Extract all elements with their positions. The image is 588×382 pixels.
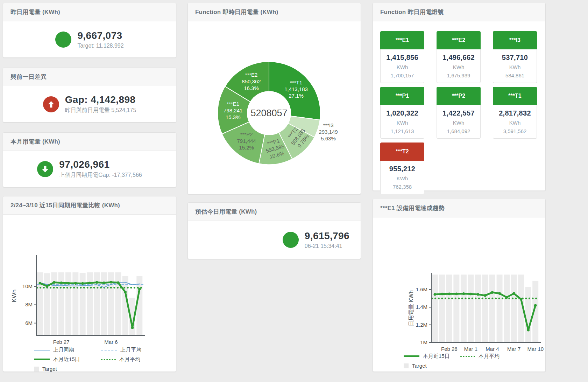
card-title: 預估今日用電量 (KWh) bbox=[195, 208, 257, 216]
up-arrow-icon bbox=[43, 96, 59, 112]
card-15day-comparison-chart: 2/24~3/10 近15日同期用電量比較 (KWh) 6M8M10MFeb 2… bbox=[3, 196, 176, 372]
legend-swatch bbox=[101, 350, 117, 350]
legend-label: 上月同期 bbox=[53, 347, 74, 353]
light-header: ***E1 bbox=[380, 31, 424, 49]
legend-item-本月平均[interactable]: 本月平均 bbox=[460, 353, 517, 360]
donut-center-value: 5208057 bbox=[250, 108, 287, 118]
card-header: 與前一日差異 bbox=[3, 68, 176, 86]
y-tick-label: 1.2M bbox=[416, 322, 427, 328]
data-point bbox=[124, 291, 127, 293]
light-value: 537,710 bbox=[493, 54, 537, 62]
data-point bbox=[491, 291, 494, 294]
data-point bbox=[67, 282, 70, 285]
target-bar bbox=[37, 272, 43, 335]
light-header: ***E2 bbox=[437, 31, 481, 49]
target-bar bbox=[489, 275, 495, 342]
target-bar bbox=[511, 275, 517, 342]
x-tick-label: Feb 26 bbox=[441, 346, 458, 352]
status-light-grid: ***E11,415,856KWh1,700,157***E21,496,662… bbox=[380, 31, 537, 194]
data-point bbox=[469, 293, 472, 296]
card-header: 昨日用電量 (KWh) bbox=[3, 3, 176, 21]
y-tick-label: 1.4M bbox=[416, 304, 427, 310]
legend-swatch bbox=[34, 367, 39, 371]
light-target: 584,861 bbox=[493, 72, 537, 78]
legend-item-Target[interactable]: Target bbox=[404, 362, 460, 369]
card-header: ***E1 設備用電達成趨勢 bbox=[373, 199, 545, 217]
legend-item-上月同期[interactable]: 上月同期 bbox=[34, 346, 101, 354]
target-bar bbox=[482, 275, 488, 342]
light-target: 3,591,562 bbox=[493, 128, 537, 134]
light-body: 1,496,662KWh1,675,939 bbox=[437, 49, 481, 83]
status-light-I3: ***I3537,710KWh584,861 bbox=[493, 31, 537, 83]
card-header: Function 昨日用電燈號 bbox=[373, 3, 545, 21]
light-target: 1,121,613 bbox=[381, 128, 424, 134]
status-light-E2: ***E21,496,662KWh1,675,939 bbox=[437, 31, 481, 83]
target-bar bbox=[525, 287, 531, 342]
y-tick-label: 10M bbox=[22, 283, 33, 289]
card-header: 本月用電量 (KWh) bbox=[3, 133, 176, 151]
kpi-text: 97,026,961 上個月同期用電Gap: -17,377,566 bbox=[59, 159, 142, 179]
x-tick-label: Mar 1 bbox=[464, 346, 477, 352]
kpi-subtitle: 昨日與前日用電量 5,524,175 bbox=[65, 107, 136, 114]
card-title: Function 即時日用電量 (KWh) bbox=[195, 8, 278, 16]
light-value: 1,020,322 bbox=[381, 109, 424, 117]
y-tick-label: 8M bbox=[25, 301, 33, 307]
light-body: 955,212KWh762,358 bbox=[380, 161, 424, 194]
legend-item-Target[interactable]: Target bbox=[34, 365, 101, 373]
legend-label: 上月平均 bbox=[120, 347, 141, 353]
kpi-body: 9,615,796 06-21 15:34:41 bbox=[188, 221, 361, 259]
legend-label: 本月平均 bbox=[119, 356, 140, 363]
kpi-text: Gap: 4,142,898 昨日與前日用電量 5,524,175 bbox=[65, 94, 136, 114]
data-point bbox=[498, 292, 501, 295]
data-point bbox=[512, 292, 515, 295]
data-point bbox=[505, 296, 508, 299]
card-header: Function 即時日用電量 (KWh) bbox=[188, 3, 361, 21]
target-bar bbox=[432, 275, 438, 342]
light-header: ***I3 bbox=[493, 31, 537, 49]
function-usage-donut-chart: ***T11,413,18327.1%***I3293,1495.63%***T… bbox=[188, 22, 361, 193]
kpi-subtitle: 上個月同期用電Gap: -17,377,566 bbox=[59, 172, 142, 179]
target-bar bbox=[446, 275, 452, 342]
card-title: 昨日用電量 (KWh) bbox=[10, 8, 60, 16]
card-today-estimate: 預估今日用電量 (KWh) 9,615,796 06-21 15:34:41 bbox=[187, 202, 361, 259]
x-tick-label: Mar 7 bbox=[507, 346, 520, 352]
legend-swatch bbox=[404, 355, 419, 357]
data-point bbox=[455, 293, 458, 296]
card-header: 預估今日用電量 (KWh) bbox=[188, 203, 361, 221]
light-value: 1,422,557 bbox=[437, 109, 480, 117]
legend-item-上月平均[interactable]: 上月平均 bbox=[101, 346, 168, 354]
light-header: ***P2 bbox=[437, 87, 481, 105]
card-e1-trend-chart: ***E1 設備用電達成趨勢 1M1.2M1.4M1.6MFeb 26Mar 1… bbox=[373, 199, 546, 372]
legend-item-本月近15日[interactable]: 本月近15日 bbox=[34, 356, 101, 363]
kpi-text: 9,615,796 06-21 15:34:41 bbox=[305, 230, 349, 249]
e1-trend-line-chart: 1M1.2M1.4M1.6MFeb 26Mar 1Mar 4Mar 7Mar 1… bbox=[373, 218, 545, 353]
data-point bbox=[95, 281, 98, 284]
y-axis-title: 日用電量 KWh bbox=[408, 290, 414, 326]
legend-swatch bbox=[34, 350, 50, 350]
status-circle-green bbox=[283, 232, 299, 248]
light-body: 1,020,322KWh1,121,613 bbox=[380, 105, 424, 139]
target-bar bbox=[65, 272, 71, 335]
data-point bbox=[74, 282, 77, 285]
status-light-P1: ***P11,020,322KWh1,121,613 bbox=[380, 87, 424, 139]
status-light-P2: ***P21,422,557KWh1,684,092 bbox=[437, 87, 481, 139]
card-realtime-donut: Function 即時日用電量 (KWh) ***T11,413,18327.1… bbox=[187, 3, 361, 194]
data-point bbox=[53, 281, 56, 284]
legend-item-本月平均[interactable]: 本月平均 bbox=[101, 356, 168, 363]
light-body: 2,817,832KWh3,591,562 bbox=[493, 105, 537, 139]
card-yesterday-usage: 昨日用電量 (KWh) 9,667,073 Target: 11,128,992 bbox=[3, 3, 176, 58]
light-unit: KWh bbox=[381, 175, 424, 181]
light-value: 1,496,662 bbox=[437, 54, 480, 62]
target-bar bbox=[497, 275, 503, 342]
kpi-body: 9,667,073 Target: 11,128,992 bbox=[3, 21, 176, 57]
card-title: 2/24~3/10 近15日同期用電量比較 (KWh) bbox=[10, 201, 120, 209]
y-tick-label: 1M bbox=[420, 339, 427, 345]
kpi-text: 9,667,073 Target: 11,128,992 bbox=[77, 30, 123, 49]
data-point bbox=[60, 282, 63, 284]
target-bar bbox=[504, 275, 510, 342]
light-body: 537,710KWh584,861 bbox=[493, 49, 537, 83]
light-body: 1,422,557KWh1,684,092 bbox=[437, 105, 481, 139]
light-unit: KWh bbox=[493, 120, 537, 126]
legend-item-本月近15日[interactable]: 本月近15日 bbox=[404, 353, 460, 360]
target-bar bbox=[461, 275, 467, 342]
